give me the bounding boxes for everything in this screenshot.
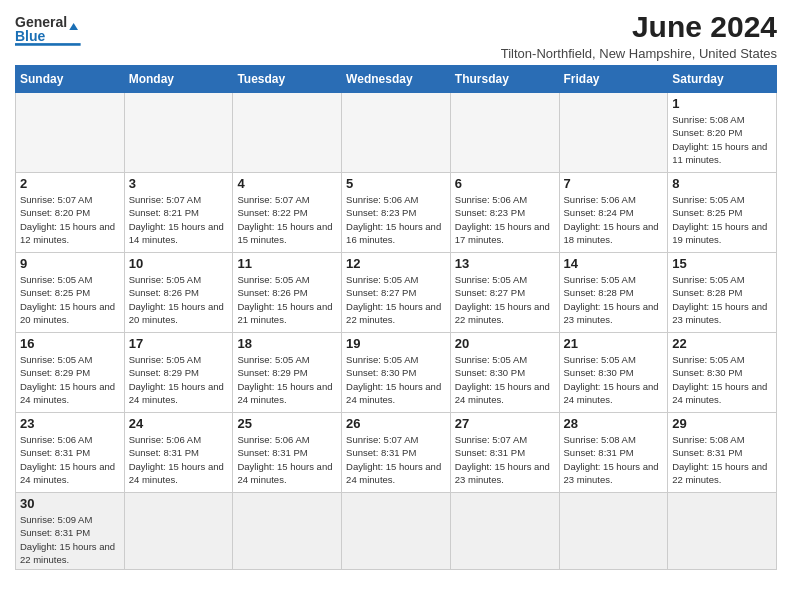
day-info: Sunrise: 5:08 AM Sunset: 8:31 PM Dayligh… xyxy=(672,433,772,486)
day-number: 13 xyxy=(455,256,555,271)
location-subtitle: Tilton-Northfield, New Hampshire, United… xyxy=(501,46,777,61)
day-info: Sunrise: 5:06 AM Sunset: 8:23 PM Dayligh… xyxy=(346,193,446,246)
calendar-week-row: 9Sunrise: 5:05 AM Sunset: 8:25 PM Daylig… xyxy=(16,253,777,333)
day-info: Sunrise: 5:05 AM Sunset: 8:30 PM Dayligh… xyxy=(564,353,664,406)
svg-rect-3 xyxy=(15,43,81,46)
day-number: 11 xyxy=(237,256,337,271)
table-row xyxy=(559,93,668,173)
day-info: Sunrise: 5:05 AM Sunset: 8:28 PM Dayligh… xyxy=(672,273,772,326)
table-row xyxy=(450,93,559,173)
title-area: June 2024 Tilton-Northfield, New Hampshi… xyxy=(501,10,777,61)
table-row: 25Sunrise: 5:06 AM Sunset: 8:31 PM Dayli… xyxy=(233,413,342,493)
day-number: 25 xyxy=(237,416,337,431)
table-row: 30Sunrise: 5:09 AM Sunset: 8:31 PM Dayli… xyxy=(16,493,125,570)
table-row xyxy=(450,493,559,570)
table-row: 15Sunrise: 5:05 AM Sunset: 8:28 PM Dayli… xyxy=(668,253,777,333)
logo-image: General Blue xyxy=(15,10,85,50)
day-number: 16 xyxy=(20,336,120,351)
day-info: Sunrise: 5:05 AM Sunset: 8:30 PM Dayligh… xyxy=(455,353,555,406)
day-info: Sunrise: 5:05 AM Sunset: 8:26 PM Dayligh… xyxy=(237,273,337,326)
col-saturday: Saturday xyxy=(668,66,777,93)
day-number: 18 xyxy=(237,336,337,351)
table-row xyxy=(16,93,125,173)
day-info: Sunrise: 5:07 AM Sunset: 8:31 PM Dayligh… xyxy=(346,433,446,486)
table-row: 27Sunrise: 5:07 AM Sunset: 8:31 PM Dayli… xyxy=(450,413,559,493)
table-row xyxy=(342,93,451,173)
table-row: 24Sunrise: 5:06 AM Sunset: 8:31 PM Dayli… xyxy=(124,413,233,493)
day-number: 6 xyxy=(455,176,555,191)
table-row xyxy=(233,93,342,173)
table-row: 23Sunrise: 5:06 AM Sunset: 8:31 PM Dayli… xyxy=(16,413,125,493)
logo: General Blue xyxy=(15,10,85,50)
day-number: 14 xyxy=(564,256,664,271)
calendar-week-row: 1Sunrise: 5:08 AM Sunset: 8:20 PM Daylig… xyxy=(16,93,777,173)
day-info: Sunrise: 5:06 AM Sunset: 8:24 PM Dayligh… xyxy=(564,193,664,246)
day-number: 27 xyxy=(455,416,555,431)
table-row xyxy=(233,493,342,570)
table-row: 11Sunrise: 5:05 AM Sunset: 8:26 PM Dayli… xyxy=(233,253,342,333)
calendar-week-row: 2Sunrise: 5:07 AM Sunset: 8:20 PM Daylig… xyxy=(16,173,777,253)
day-info: Sunrise: 5:05 AM Sunset: 8:25 PM Dayligh… xyxy=(672,193,772,246)
col-friday: Friday xyxy=(559,66,668,93)
day-info: Sunrise: 5:05 AM Sunset: 8:27 PM Dayligh… xyxy=(455,273,555,326)
day-info: Sunrise: 5:05 AM Sunset: 8:30 PM Dayligh… xyxy=(346,353,446,406)
day-number: 29 xyxy=(672,416,772,431)
day-number: 8 xyxy=(672,176,772,191)
day-number: 22 xyxy=(672,336,772,351)
day-number: 3 xyxy=(129,176,229,191)
day-info: Sunrise: 5:09 AM Sunset: 8:31 PM Dayligh… xyxy=(20,513,120,566)
day-info: Sunrise: 5:06 AM Sunset: 8:31 PM Dayligh… xyxy=(237,433,337,486)
day-number: 7 xyxy=(564,176,664,191)
table-row: 14Sunrise: 5:05 AM Sunset: 8:28 PM Dayli… xyxy=(559,253,668,333)
table-row: 8Sunrise: 5:05 AM Sunset: 8:25 PM Daylig… xyxy=(668,173,777,253)
table-row xyxy=(668,493,777,570)
day-info: Sunrise: 5:05 AM Sunset: 8:29 PM Dayligh… xyxy=(129,353,229,406)
table-row: 16Sunrise: 5:05 AM Sunset: 8:29 PM Dayli… xyxy=(16,333,125,413)
day-info: Sunrise: 5:06 AM Sunset: 8:23 PM Dayligh… xyxy=(455,193,555,246)
table-row: 21Sunrise: 5:05 AM Sunset: 8:30 PM Dayli… xyxy=(559,333,668,413)
day-number: 19 xyxy=(346,336,446,351)
table-row: 7Sunrise: 5:06 AM Sunset: 8:24 PM Daylig… xyxy=(559,173,668,253)
calendar-week-row: 30Sunrise: 5:09 AM Sunset: 8:31 PM Dayli… xyxy=(16,493,777,570)
day-info: Sunrise: 5:08 AM Sunset: 8:20 PM Dayligh… xyxy=(672,113,772,166)
day-info: Sunrise: 5:08 AM Sunset: 8:31 PM Dayligh… xyxy=(564,433,664,486)
day-number: 5 xyxy=(346,176,446,191)
day-number: 2 xyxy=(20,176,120,191)
calendar-table: Sunday Monday Tuesday Wednesday Thursday… xyxy=(15,65,777,570)
table-row: 18Sunrise: 5:05 AM Sunset: 8:29 PM Dayli… xyxy=(233,333,342,413)
day-info: Sunrise: 5:07 AM Sunset: 8:31 PM Dayligh… xyxy=(455,433,555,486)
day-info: Sunrise: 5:05 AM Sunset: 8:28 PM Dayligh… xyxy=(564,273,664,326)
table-row: 13Sunrise: 5:05 AM Sunset: 8:27 PM Dayli… xyxy=(450,253,559,333)
table-row: 6Sunrise: 5:06 AM Sunset: 8:23 PM Daylig… xyxy=(450,173,559,253)
day-info: Sunrise: 5:06 AM Sunset: 8:31 PM Dayligh… xyxy=(20,433,120,486)
day-number: 23 xyxy=(20,416,120,431)
table-row xyxy=(342,493,451,570)
day-info: Sunrise: 5:05 AM Sunset: 8:29 PM Dayligh… xyxy=(237,353,337,406)
table-row: 3Sunrise: 5:07 AM Sunset: 8:21 PM Daylig… xyxy=(124,173,233,253)
table-row xyxy=(124,493,233,570)
calendar-header-row: Sunday Monday Tuesday Wednesday Thursday… xyxy=(16,66,777,93)
table-row: 17Sunrise: 5:05 AM Sunset: 8:29 PM Dayli… xyxy=(124,333,233,413)
col-thursday: Thursday xyxy=(450,66,559,93)
day-number: 20 xyxy=(455,336,555,351)
table-row: 5Sunrise: 5:06 AM Sunset: 8:23 PM Daylig… xyxy=(342,173,451,253)
day-info: Sunrise: 5:07 AM Sunset: 8:21 PM Dayligh… xyxy=(129,193,229,246)
day-info: Sunrise: 5:05 AM Sunset: 8:30 PM Dayligh… xyxy=(672,353,772,406)
table-row: 12Sunrise: 5:05 AM Sunset: 8:27 PM Dayli… xyxy=(342,253,451,333)
col-sunday: Sunday xyxy=(16,66,125,93)
day-info: Sunrise: 5:07 AM Sunset: 8:20 PM Dayligh… xyxy=(20,193,120,246)
table-row: 22Sunrise: 5:05 AM Sunset: 8:30 PM Dayli… xyxy=(668,333,777,413)
col-monday: Monday xyxy=(124,66,233,93)
table-row: 4Sunrise: 5:07 AM Sunset: 8:22 PM Daylig… xyxy=(233,173,342,253)
calendar-week-row: 16Sunrise: 5:05 AM Sunset: 8:29 PM Dayli… xyxy=(16,333,777,413)
table-row: 2Sunrise: 5:07 AM Sunset: 8:20 PM Daylig… xyxy=(16,173,125,253)
calendar-week-row: 23Sunrise: 5:06 AM Sunset: 8:31 PM Dayli… xyxy=(16,413,777,493)
day-number: 24 xyxy=(129,416,229,431)
day-number: 4 xyxy=(237,176,337,191)
day-number: 10 xyxy=(129,256,229,271)
day-number: 17 xyxy=(129,336,229,351)
table-row: 29Sunrise: 5:08 AM Sunset: 8:31 PM Dayli… xyxy=(668,413,777,493)
table-row: 10Sunrise: 5:05 AM Sunset: 8:26 PM Dayli… xyxy=(124,253,233,333)
svg-marker-2 xyxy=(69,23,78,30)
table-row: 19Sunrise: 5:05 AM Sunset: 8:30 PM Dayli… xyxy=(342,333,451,413)
